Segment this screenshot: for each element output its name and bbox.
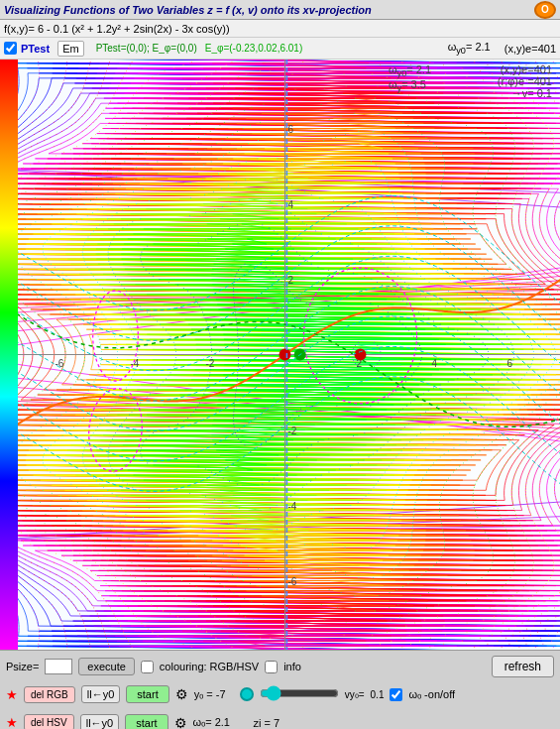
arrow-v-info: →v= 0.1 [498, 87, 552, 99]
info-label: info [283, 661, 301, 672]
colouring-checkbox[interactable] [141, 661, 154, 673]
omega0-onoff-label: ω₀ -on/off [408, 688, 455, 701]
star-hsv-icon: ★ [6, 715, 18, 729]
info-checkbox[interactable] [265, 661, 278, 673]
vy0-slider[interactable] [260, 685, 339, 701]
start-hsv-button[interactable]: start [125, 714, 168, 729]
canvas-area: (x,y)e=401 (r;φ)e =401 →v= 0.1 ωy0= 2.1 … [0, 60, 560, 650]
info-overlay: (x,y)e=401 (r;φ)e =401 →v= 0.1 [498, 63, 552, 99]
ll-y0-button-rgb[interactable]: ll←y0 [81, 685, 121, 703]
window-title: Visualizing Functions of Two Variables z… [4, 4, 372, 16]
gear-rgb-icon[interactable]: ⚙ [175, 686, 188, 702]
omega0-onoff-checkbox[interactable] [390, 688, 402, 701]
refresh-button[interactable]: refresh [492, 656, 554, 677]
visualization-canvas[interactable] [0, 60, 560, 650]
gear-hsv-icon[interactable]: ⚙ [174, 715, 187, 729]
ctrl-row-2: ★ del RGB ll←y0 start ⚙ y₀ = -7 vy₀= 0.1… [6, 682, 554, 706]
psize-input[interactable]: 2 [45, 659, 72, 674]
xy-e-display: (x,y)e=401 [504, 43, 556, 55]
color-bar-left [0, 60, 18, 650]
start-rgb-button[interactable]: start [126, 685, 168, 703]
formula-text: f(x,y)= 6 - 0.1 (x² + 1.2y² + 2sin(2x) -… [4, 23, 230, 35]
execute-button[interactable]: execute [78, 658, 135, 675]
ptest-label: PTest [21, 43, 50, 55]
y0-slider-thumb [240, 687, 254, 701]
omega-y0-display: ωy0= 2.1 [448, 41, 491, 56]
del-rgb-button[interactable]: del RGB [24, 686, 75, 703]
ll-y0-button-hsv[interactable]: ll←y0 [80, 714, 120, 729]
ctrl-row-3: ★ del HSV ll←y0 start ⚙ ω₀= 2.1 zi = 7 [6, 711, 554, 730]
psize-label: Psize= [6, 661, 39, 672]
omega0-display: ω₀= 2.1 [193, 716, 248, 729]
omega-display: ωy0= 2.1 ωy= 3.5 [389, 63, 431, 93]
omega-y0-val: ωy0= 2.1 [389, 63, 431, 78]
colouring-label: colouring: RGB/HSV [160, 661, 259, 672]
zi-label: zi = 7 [254, 717, 289, 729]
r-phi-info: (r;φ)e =401 [498, 75, 552, 87]
ctrl-row-1: Psize= 2 execute colouring: RGB/HSV info… [6, 655, 554, 678]
xy-e-info: (x,y)e=401 [498, 63, 552, 75]
em-label: Em [57, 41, 84, 57]
omega-y-bottom-val: ωy= 3.5 [389, 78, 431, 93]
vy0-range-container [260, 685, 339, 704]
ptest-icon: O [534, 1, 556, 19]
efi-coords: E_φ=(-0.23,0.02,6.01) [205, 43, 303, 54]
vy0-value: 0.1 [371, 689, 385, 700]
top-controls-row: PTest Em PTest=(0,0); E_φ=(0,0) E_φ=(-0.… [0, 38, 560, 60]
formula-bar: f(x,y)= 6 - 0.1 (x² + 1.2y² + 2sin(2x) -… [0, 20, 560, 38]
del-hsv-button[interactable]: del HSV [24, 714, 74, 729]
title-bar: Visualizing Functions of Two Variables z… [0, 0, 560, 20]
vy0-label: vy₀= [345, 689, 365, 700]
ptest-coords: PTest=(0,0); E_φ=(0,0) [96, 43, 197, 54]
bottom-controls: Psize= 2 execute colouring: RGB/HSV info… [0, 650, 560, 729]
y0-label: y₀ = -7 [194, 688, 234, 701]
star-rgb-icon: ★ [6, 687, 18, 702]
ptest-checkbox[interactable] [4, 42, 17, 55]
